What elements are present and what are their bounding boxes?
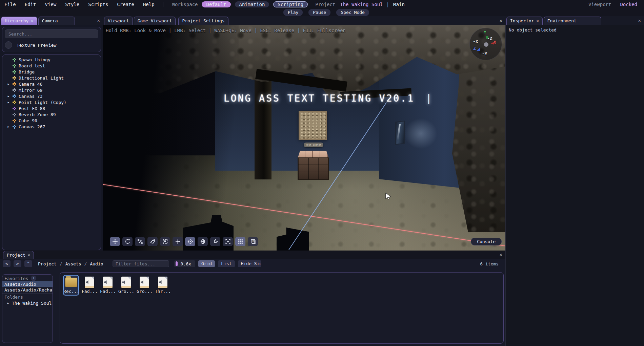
- thumbnail-zoom-slider[interactable]: 0.6x: [174, 260, 195, 267]
- orientation-gizmo[interactable]: Y -Z X -X Z -Y: [469, 28, 502, 60]
- folder-tree-item[interactable]: ▶ The Waking Soul: [2, 300, 53, 306]
- add-favorite-button[interactable]: +: [31, 276, 36, 281]
- expand-arrow-icon[interactable]: ▶: [7, 125, 10, 128]
- file-card[interactable]: Gro...: [118, 275, 134, 296]
- hierarchy-item[interactable]: ▶ Canvas 267: [2, 124, 101, 130]
- tab-inspector[interactable]: Inspector ×: [506, 17, 543, 25]
- tab-hierarchy[interactable]: Hierarchy ×: [1, 17, 37, 25]
- hierarchy-item[interactable]: ▶ Camera 46: [2, 81, 101, 87]
- tab-game-viewport[interactable]: Game Viewport: [134, 17, 176, 25]
- object-icon: [13, 58, 16, 62]
- scene-crate[interactable]: [298, 151, 329, 180]
- workspace-pill[interactable]: Default: [202, 1, 230, 7]
- menu-item[interactable]: Scripts: [84, 2, 113, 7]
- hierarchy-item[interactable]: ▶ Bridge: [2, 69, 101, 75]
- close-icon[interactable]: ×: [638, 18, 641, 23]
- frame-selected-tool-button[interactable]: [223, 237, 233, 246]
- rotate-tool-button[interactable]: [122, 237, 133, 246]
- global-space-tool-button[interactable]: [198, 237, 208, 246]
- rect-tool-button[interactable]: [160, 237, 170, 246]
- hierarchy-item[interactable]: ▶ Board test: [2, 63, 101, 69]
- close-icon[interactable]: ×: [500, 18, 502, 23]
- close-icon[interactable]: ×: [31, 19, 33, 23]
- texture-preview-toggle[interactable]: [5, 41, 12, 49]
- scene-test-button[interactable]: Test Button: [304, 143, 323, 147]
- scene-name[interactable]: Main: [393, 2, 405, 7]
- breadcrumb-assets[interactable]: Assets: [65, 261, 81, 266]
- file-card[interactable]: Rec...: [63, 275, 79, 296]
- nav-back-button[interactable]: <: [3, 260, 11, 267]
- menu-item[interactable]: Edit: [20, 2, 41, 7]
- gizmo-axis-neg-x[interactable]: -X: [473, 39, 478, 44]
- hierarchy-item[interactable]: ▶ Point Light (Copy): [2, 99, 101, 105]
- expand-arrow-icon[interactable]: ▶: [7, 95, 10, 98]
- list-view-button[interactable]: List: [218, 260, 235, 267]
- move-tool-button[interactable]: [110, 237, 120, 246]
- search-input[interactable]: [5, 29, 98, 38]
- hierarchy-item[interactable]: ▶ Reverb Zone 89: [2, 111, 101, 117]
- hierarchy-item[interactable]: ▶ Post FX 88: [2, 105, 101, 111]
- tab-project[interactable]: Project ×: [3, 251, 34, 259]
- console-button[interactable]: Console: [471, 238, 502, 245]
- viewport-3d[interactable]: Test Button LONG ASS TEXT TESTING V20.1 …: [103, 25, 505, 251]
- scene-picture-frame[interactable]: [299, 111, 327, 140]
- file-icon: [138, 277, 151, 288]
- gizmo-axis-z[interactable]: Z: [473, 46, 476, 51]
- menu-item[interactable]: Create: [113, 2, 139, 7]
- pivot-tool-button[interactable]: [185, 237, 195, 246]
- tab-camera[interactable]: Camera: [38, 17, 75, 25]
- spec-mode-button[interactable]: Spec Mode: [336, 9, 369, 16]
- mouse-cursor: [385, 193, 391, 199]
- gizmo-axis-y[interactable]: Y: [484, 30, 486, 35]
- hierarchy-item[interactable]: ▶ Mirror 69: [2, 87, 101, 93]
- expand-arrow-icon[interactable]: ▶: [7, 101, 10, 104]
- pause-button[interactable]: Pause: [308, 9, 330, 16]
- menu-item[interactable]: Help: [139, 2, 159, 7]
- zoom-slider-thumb[interactable]: [176, 261, 178, 266]
- project-sidebar: Favorites + Assets/AudioAssets/Audio/Rec…: [2, 274, 53, 343]
- close-icon[interactable]: ×: [536, 19, 539, 23]
- project-name[interactable]: The Waking Soul: [340, 2, 383, 7]
- close-icon[interactable]: ×: [500, 252, 502, 257]
- nav-forward-button[interactable]: >: [14, 260, 21, 267]
- scale-tool-button[interactable]: [135, 237, 145, 246]
- hierarchy-item[interactable]: ▶ Canvas 73: [2, 93, 101, 99]
- gizmo-axis-neg-y[interactable]: -Y: [482, 51, 487, 56]
- scene-mirror[interactable]: [395, 121, 405, 145]
- play-button[interactable]: Play: [283, 9, 303, 16]
- file-card[interactable]: Gro...: [136, 275, 152, 296]
- shear-tool-button[interactable]: [147, 237, 158, 246]
- 2d-toggle-button[interactable]: 2D: [248, 237, 258, 246]
- dock-state[interactable]: Docked: [620, 2, 637, 7]
- snap-tool-button[interactable]: [210, 237, 220, 246]
- hierarchy-item[interactable]: ▶ Spawn thingy: [2, 57, 101, 63]
- filter-files-input[interactable]: [113, 260, 169, 267]
- workspace-pill[interactable]: Animation: [235, 1, 269, 7]
- menu-item[interactable]: File: [0, 2, 20, 7]
- hierarchy-item[interactable]: ▶ Directional Light: [2, 75, 101, 81]
- expand-arrow-icon[interactable]: ▶: [6, 302, 10, 305]
- tab-environment[interactable]: Environment: [544, 17, 601, 25]
- expand-arrow-icon[interactable]: ▶: [7, 83, 10, 86]
- grid-view-button[interactable]: Grid: [198, 260, 215, 267]
- tab-project-settings[interactable]: Project Settings: [178, 17, 228, 25]
- workspace-pill[interactable]: Scripting: [273, 1, 308, 7]
- close-icon[interactable]: ×: [28, 253, 30, 258]
- favorite-item[interactable]: Assets/Audio: [2, 281, 53, 287]
- grid-toggle-button[interactable]: [235, 237, 245, 246]
- tab-viewport[interactable]: Viewport: [104, 17, 133, 25]
- file-card[interactable]: Thr...: [155, 275, 170, 296]
- hide-side-button[interactable]: Hide Side: [238, 260, 261, 267]
- gizmo-axis-x[interactable]: X: [494, 40, 496, 45]
- close-icon[interactable]: ×: [97, 18, 100, 23]
- file-card[interactable]: Fad...: [100, 275, 116, 296]
- menu-item[interactable]: Style: [61, 2, 84, 7]
- menu-item[interactable]: View: [40, 2, 61, 7]
- breadcrumb-project[interactable]: Project: [38, 261, 57, 266]
- file-card[interactable]: Fad...: [81, 275, 97, 296]
- nav-up-button[interactable]: ^: [24, 260, 32, 267]
- transform-all-tool-button[interactable]: [173, 237, 183, 246]
- favorite-item[interactable]: Assets/Audio/Recha: [2, 287, 53, 293]
- breadcrumb-audio[interactable]: Audio: [90, 261, 103, 266]
- hierarchy-item[interactable]: ▶ Cube 90: [2, 117, 101, 124]
